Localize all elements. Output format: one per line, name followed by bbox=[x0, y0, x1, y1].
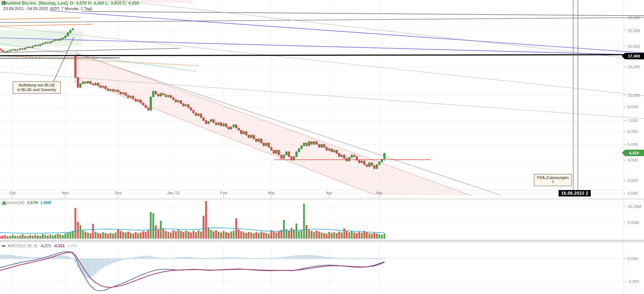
axis-tick-label: 6,000 bbox=[628, 129, 638, 134]
axis-tick-label: 5,000 bbox=[628, 142, 638, 146]
axis-tick-label: 7,000 bbox=[628, 119, 638, 123]
main-chart-canvas[interactable]: OktNovDezJan '22FebMärAprMai30,00025,000… bbox=[0, 0, 644, 294]
axis-tick-label: 0,000 bbox=[628, 256, 638, 261]
date-range: 23.09.2021 - 04.05.2022 bbox=[3, 6, 48, 11]
fda-annotation-note[interactable]: FDA-Zulassungen ? bbox=[534, 174, 572, 186]
axis-tick-label: 15,000 bbox=[628, 65, 640, 69]
last-price-tag: 4,410 bbox=[622, 150, 644, 156]
axis-tick-label: 3,000 bbox=[628, 178, 638, 183]
month-label: Mär bbox=[268, 191, 275, 195]
chart-window: OktNovDezJan '22FebMärAprMai30,00025,000… bbox=[0, 0, 644, 294]
drawing-fills bbox=[0, 0, 472, 196]
fda-note-line1: FDA-Zulassungen bbox=[536, 175, 570, 180]
volume-indicator-label[interactable]: Volume(28) bbox=[4, 200, 24, 205]
split-annotation-note[interactable]: Aufteilung von BLUE in BLUE und 2seventy bbox=[13, 81, 61, 94]
volume-ma-line bbox=[0, 228, 385, 233]
ohlc-values: O: 4,070 H: 4,450 L: 3,910 C: 4,410 bbox=[70, 1, 139, 6]
macd-legend: MACD(12, 26, 9) -0,271 -0,321 0,050 bbox=[2, 244, 77, 248]
timeframe-label: (EDT, 7 Monate, 1 Tag) bbox=[50, 6, 92, 11]
axis-tick-label: 25,000 bbox=[628, 29, 640, 33]
axis-tick-label: 8,500 bbox=[628, 105, 638, 109]
month-label: Apr bbox=[326, 191, 332, 195]
axis-tick-label: 4,000 bbox=[628, 158, 638, 162]
instrument-title: Bluebird Bio Inc. (Nasdaq, Last) bbox=[3, 1, 68, 6]
macd-hist-value: 0,050 bbox=[67, 244, 77, 248]
fda-note-line2: ? bbox=[536, 180, 570, 185]
split-level-price-tag: 17,400 bbox=[622, 53, 644, 59]
volume-ma-value: 1,86M bbox=[40, 200, 51, 205]
date-marker-label: 16.08.2022 2 bbox=[559, 190, 591, 196]
month-label: Mai bbox=[376, 191, 383, 195]
macd-signal-value: -0,321 bbox=[54, 244, 65, 248]
macd-indicator-label[interactable]: MACD(12, 26, 9) bbox=[8, 244, 38, 248]
instrument-header: Bluebird Bio Inc. (Nasdaq, Last) O: 4,07… bbox=[1, 1, 139, 11]
month-label: Dez bbox=[115, 191, 122, 195]
macd-line-icon bbox=[2, 245, 5, 246]
month-label: Feb bbox=[220, 191, 227, 195]
axis-tick-label: 30,000 bbox=[628, 16, 640, 20]
time-axis[interactable]: OktNovDezJan '22FebMärAprMai bbox=[10, 191, 383, 198]
axis-tick-label: -2,000 bbox=[628, 279, 639, 284]
month-label: Nov bbox=[62, 191, 69, 195]
month-label: Jan '22 bbox=[167, 191, 180, 195]
axis-tick-label: 2,500 bbox=[628, 191, 638, 195]
split-note-line2: in BLUE und 2seventy bbox=[15, 88, 59, 92]
split-note-line1: Aufteilung von BLUE bbox=[15, 83, 59, 88]
axis-tick-label: 20,000 bbox=[628, 44, 640, 49]
volume-current-value: 1,57M bbox=[27, 200, 38, 205]
axis-tick-label: 10,00M bbox=[628, 204, 641, 209]
axis-tick-label: 5,00M bbox=[628, 220, 639, 225]
volume-legend: Volume(28) 1,57M 1,86M bbox=[2, 200, 51, 205]
macd-value: -0,271 bbox=[40, 244, 51, 248]
month-label: Okt bbox=[10, 191, 16, 195]
axis-tick-label: 10,000 bbox=[628, 93, 640, 98]
